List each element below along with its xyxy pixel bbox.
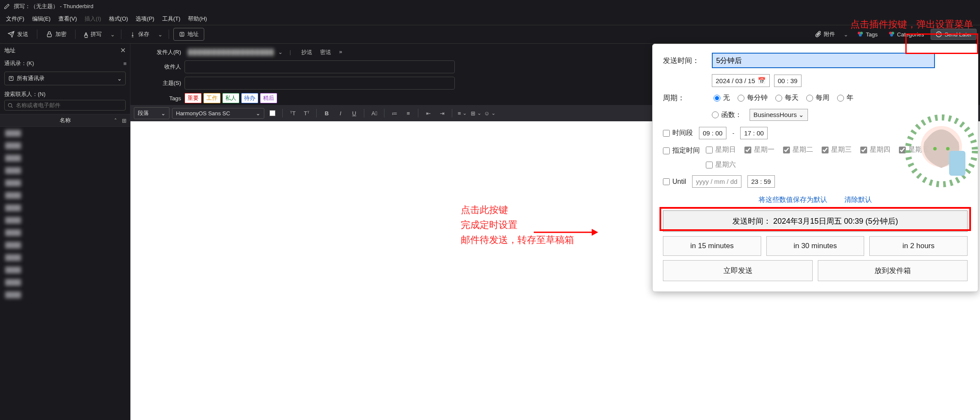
slot-from-input[interactable]: 09 : 00 (699, 127, 726, 139)
contact-item[interactable]: ████ (0, 239, 130, 251)
attach-button[interactable]: 附件 (811, 28, 838, 40)
menu-edit[interactable]: 编辑(E) (29, 14, 54, 24)
address-button[interactable]: 地址 (173, 28, 204, 41)
encrypt-button[interactable]: 加密 (42, 28, 71, 41)
font-select[interactable]: HarmonyOS Sans SC⌄ (172, 108, 264, 119)
schedule-send-button[interactable]: 发送时间： 2024年3月15日周五 00:39 (5分钟后) (663, 210, 968, 232)
bold-button[interactable]: B (321, 108, 332, 119)
save-defaults-link[interactable]: 将这些数值保存为默认 (759, 195, 827, 204)
put-outbox-button[interactable]: 放到发件箱 (818, 260, 968, 281)
addressbook-menu-icon[interactable]: ≡ (123, 60, 126, 67)
menu-help[interactable]: 帮助(H) (185, 14, 210, 24)
contact-item[interactable]: ████ (0, 214, 130, 226)
menu-format[interactable]: 格式(O) (106, 14, 132, 24)
quick-15min-button[interactable]: in 15 minutes (663, 236, 761, 256)
paragraph-select[interactable]: 段落⌄ (134, 107, 169, 119)
day-checkbox[interactable]: 星期六 (706, 160, 736, 169)
save-dropdown[interactable]: ⌄ (156, 31, 164, 38)
outdent-button[interactable]: ⇤ (423, 108, 434, 119)
contacts-header[interactable]: 名称 ˄ ⊞ (0, 114, 130, 127)
recur-day[interactable]: 每天 (775, 93, 799, 102)
send-now-button[interactable]: 立即发送 (663, 260, 813, 281)
categories-button[interactable]: Categories (885, 29, 928, 40)
italic-button[interactable]: I (335, 108, 346, 119)
timeslot-checkbox[interactable]: 时间段 (663, 129, 693, 138)
slot-to-input[interactable]: 17 : 00 (740, 127, 768, 139)
menu-option[interactable]: 选项(P) (132, 14, 157, 24)
recur-week[interactable]: 每周 (806, 93, 829, 102)
indent-button[interactable]: ⇥ (436, 108, 448, 119)
clear-format-button[interactable]: A⃠ (369, 108, 380, 119)
align-button[interactable]: ≡ (457, 108, 468, 119)
day-checkbox[interactable]: 星期一 (744, 145, 774, 154)
emoji-button[interactable]: ☺ (484, 108, 495, 119)
send-time-clock-input[interactable]: 00 : 39 (774, 75, 802, 87)
quick-2h-button[interactable]: in 2 hours (869, 236, 968, 256)
contact-item[interactable]: ████ (0, 201, 130, 214)
sort-icon[interactable]: ˄ (114, 117, 117, 124)
quick-30min-button[interactable]: in 30 minutes (766, 236, 865, 256)
until-time-input[interactable]: 23 : 59 (747, 175, 775, 188)
attach-dropdown[interactable]: ⌄ (842, 31, 850, 38)
clear-defaults-link[interactable]: 清除默认 (844, 195, 872, 204)
sidebar-close-icon[interactable]: ✕ (120, 46, 126, 54)
contact-item[interactable]: ████ (0, 164, 130, 177)
contact-item[interactable]: ████ (0, 127, 130, 139)
menu-view[interactable]: 查看(V) (55, 14, 80, 24)
day-checkbox[interactable]: 星期五 (899, 145, 929, 154)
save-button[interactable]: ⭳ 保存 (126, 28, 154, 41)
spell-dropdown[interactable]: ⌄ (109, 31, 117, 38)
recur-none[interactable]: 无 (714, 93, 730, 102)
contact-item[interactable]: ████ (0, 189, 130, 201)
send-date-input[interactable]: 2024 / 03 / 15 📅 (712, 74, 770, 87)
addressbook-select[interactable]: 所有通讯录 ⌄ (4, 72, 126, 85)
func-select[interactable]: BusinessHours ⌄ (750, 109, 808, 121)
tag-chip[interactable]: 私人 (222, 93, 239, 103)
day-checkbox[interactable]: 星期日 (706, 145, 736, 154)
day-checkbox[interactable]: 星期三 (822, 145, 852, 154)
recur-min[interactable]: 每分钟 (738, 93, 768, 102)
subject-input[interactable] (185, 77, 455, 90)
from-selector[interactable]: ██████████████████ ⌄ (185, 47, 286, 57)
recur-year[interactable]: 年 (837, 93, 853, 102)
recur-func[interactable]: 函数： (712, 111, 742, 120)
contact-item[interactable]: ████ (0, 276, 130, 288)
insert-button[interactable]: ⊞ (470, 108, 481, 119)
send-time-input[interactable] (712, 53, 935, 68)
columns-icon[interactable]: ⊞ (122, 117, 127, 124)
send-button[interactable]: 发送 (3, 28, 33, 41)
contact-item[interactable]: ████ (0, 139, 130, 152)
tag-chip[interactable]: 工作 (203, 93, 221, 103)
font-size-dec[interactable]: ᵀT (287, 108, 298, 119)
bcc-button[interactable]: 密送 (320, 48, 331, 56)
contact-item[interactable]: ████ (0, 251, 130, 264)
tag-chip[interactable]: 待办 (241, 93, 258, 103)
contact-item[interactable]: ████ (0, 288, 130, 301)
until-checkbox[interactable]: Until (663, 178, 686, 186)
underline-button[interactable]: U (348, 108, 360, 119)
bulleted-list-button[interactable]: ≔ (389, 108, 400, 119)
send-later-button[interactable]: Send Later (931, 29, 977, 40)
tag-chip[interactable]: 重要 (185, 93, 202, 103)
contact-item[interactable]: ████ (0, 226, 130, 239)
cc-button[interactable]: 抄送 (301, 48, 312, 56)
day-checkbox[interactable]: 星期四 (860, 145, 890, 154)
contact-item[interactable]: ████ (0, 152, 130, 164)
search-contacts-field[interactable] (4, 100, 126, 111)
more-recipients-button[interactable]: » (339, 48, 342, 56)
numbered-list-button[interactable]: ≡ (402, 108, 414, 119)
contact-item[interactable]: ████ (0, 177, 130, 189)
until-date-input[interactable]: yyyy / mm / dd (692, 175, 741, 188)
contact-item[interactable]: ████ (0, 264, 130, 276)
to-input[interactable] (185, 60, 455, 73)
color-button[interactable] (267, 108, 278, 119)
search-contacts-input[interactable] (16, 102, 123, 108)
tags-button[interactable]: Tags (853, 29, 881, 40)
tag-chip[interactable]: 稍后 (260, 93, 277, 103)
font-size-inc[interactable]: Tᵀ (301, 108, 312, 119)
spellcheck-button[interactable]: A̲ 拼写 (80, 28, 106, 41)
menu-file[interactable]: 文件(F) (3, 14, 28, 24)
day-checkbox[interactable]: 星期二 (783, 145, 813, 154)
menu-tools[interactable]: 工具(T) (159, 14, 184, 24)
specify-days-checkbox[interactable]: 指定时间 (663, 146, 700, 155)
